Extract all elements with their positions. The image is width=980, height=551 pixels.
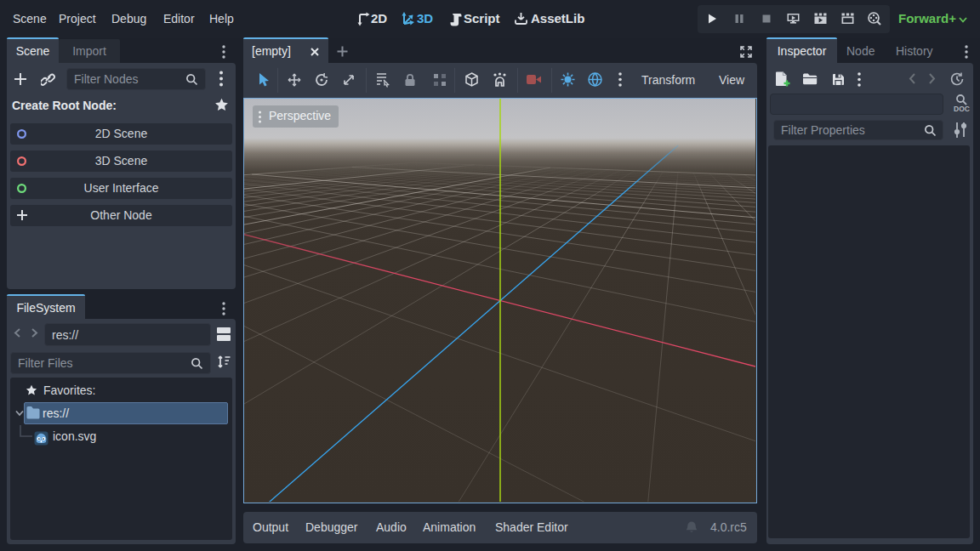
svg-text:DOC: DOC	[954, 105, 970, 113]
